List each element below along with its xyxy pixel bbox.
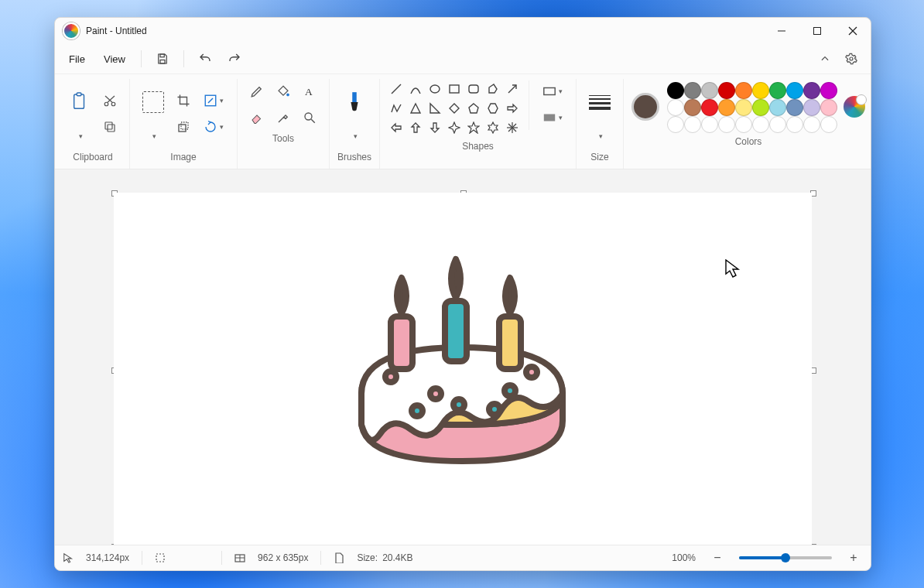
brush-dropdown[interactable]: ▾ — [343, 125, 366, 147]
menu-file[interactable]: File — [61, 49, 93, 70]
color-swatch[interactable] — [684, 99, 701, 116]
svg-rect-26 — [469, 85, 478, 93]
save-button[interactable] — [149, 47, 176, 70]
color-swatch-empty[interactable] — [820, 116, 837, 133]
shape-arrow-ne[interactable] — [504, 80, 521, 97]
size-dropdown[interactable]: ▾ — [588, 125, 611, 147]
shape-rect[interactable] — [446, 80, 463, 97]
current-color-1[interactable] — [631, 93, 659, 121]
shape-oval[interactable] — [426, 80, 443, 97]
group-shapes: ▾ ▾ Shapes — [379, 79, 576, 169]
shape-burst[interactable] — [504, 119, 521, 136]
color-swatch-empty[interactable] — [684, 116, 701, 133]
color-swatch[interactable] — [701, 82, 718, 99]
shape-curve[interactable] — [407, 80, 424, 97]
minimize-button[interactable] — [764, 18, 799, 44]
canvas-area[interactable] — [55, 169, 871, 545]
collapse-ribbon-button[interactable] — [812, 47, 838, 70]
resize-button[interactable]: ▾ — [198, 90, 229, 111]
text-tool[interactable]: A — [298, 80, 321, 102]
color-swatch-empty[interactable] — [701, 116, 718, 133]
color-swatch-empty[interactable] — [735, 116, 752, 133]
color-swatch[interactable] — [718, 99, 735, 116]
shape-arrow-right[interactable] — [504, 100, 521, 117]
svg-rect-25 — [450, 85, 459, 93]
color-swatch[interactable] — [803, 99, 820, 116]
svg-rect-17 — [181, 122, 188, 129]
color-swatch[interactable] — [769, 82, 786, 99]
svg-point-53 — [505, 385, 515, 396]
zoom-in-button[interactable]: + — [844, 549, 863, 567]
color-swatch[interactable] — [735, 99, 752, 116]
color-swatch[interactable] — [820, 82, 837, 99]
color-swatch-empty[interactable] — [803, 116, 820, 133]
color-swatch-empty[interactable] — [667, 116, 684, 133]
canvas-dimensions: 962 x 635px — [258, 552, 308, 563]
color-swatch[interactable] — [820, 99, 837, 116]
brush-button[interactable] — [339, 80, 370, 124]
color-swatch[interactable] — [684, 82, 701, 99]
shape-hexagon[interactable] — [484, 100, 501, 117]
canvas[interactable] — [114, 193, 812, 545]
color-swatch[interactable] — [786, 99, 803, 116]
shape-arrow-up[interactable] — [407, 119, 424, 136]
color-swatch[interactable] — [735, 82, 752, 99]
color-swatch-empty[interactable] — [769, 116, 786, 133]
eraser-tool[interactable] — [245, 107, 269, 128]
shape-pentagon[interactable] — [465, 100, 482, 117]
shape-star6[interactable] — [484, 119, 501, 136]
group-brushes: ▾ Brushes — [329, 79, 379, 169]
shape-star4[interactable] — [446, 119, 463, 136]
fill-tool[interactable] — [272, 80, 295, 102]
redo-button[interactable] — [221, 47, 248, 70]
crop-button[interactable] — [172, 90, 195, 111]
svg-point-49 — [430, 388, 441, 399]
color-swatch[interactable] — [803, 82, 820, 99]
select-dropdown[interactable]: ▾ — [142, 125, 165, 147]
undo-button[interactable] — [192, 47, 218, 70]
zoom-slider[interactable] — [739, 556, 832, 559]
shape-outline-dropdown[interactable]: ▾ — [537, 80, 568, 102]
close-button[interactable] — [835, 18, 871, 44]
color-swatch[interactable] — [752, 99, 769, 116]
shape-arrow-left[interactable] — [388, 119, 405, 136]
select-button[interactable] — [138, 80, 169, 124]
svg-rect-45 — [544, 88, 555, 95]
shape-line[interactable] — [388, 80, 405, 97]
magnifier-tool[interactable] — [298, 107, 321, 128]
shape-roundrect[interactable] — [465, 80, 482, 97]
color-swatch[interactable] — [701, 99, 718, 116]
shape-right-triangle[interactable] — [426, 100, 443, 117]
shapes-gallery[interactable] — [388, 80, 521, 136]
menu-view[interactable]: View — [96, 49, 133, 70]
color-swatch[interactable] — [667, 99, 684, 116]
color-swatch-empty[interactable] — [786, 116, 803, 133]
pencil-tool[interactable] — [245, 80, 269, 102]
zoom-out-button[interactable]: − — [708, 549, 727, 567]
shape-polyline[interactable] — [388, 100, 405, 117]
color-swatch[interactable] — [667, 82, 684, 99]
color-swatch[interactable] — [769, 99, 786, 116]
settings-button[interactable] — [838, 47, 864, 70]
color-swatch-empty[interactable] — [718, 116, 735, 133]
copy-button[interactable] — [98, 116, 121, 138]
rotate-icon[interactable] — [172, 116, 195, 138]
color-swatch[interactable] — [718, 82, 735, 99]
shape-triangle[interactable] — [407, 100, 424, 117]
maximize-button[interactable] — [799, 18, 835, 44]
color-picker-tool[interactable] — [272, 107, 295, 128]
edit-colors-button[interactable] — [844, 96, 865, 118]
shape-star5[interactable] — [465, 119, 482, 136]
shape-polygon[interactable] — [484, 80, 501, 97]
cut-button[interactable] — [98, 90, 121, 111]
shape-fill-dropdown[interactable]: ▾ — [537, 107, 568, 128]
shape-diamond[interactable] — [446, 100, 463, 117]
color-swatch[interactable] — [752, 82, 769, 99]
paste-button[interactable] — [64, 80, 95, 124]
rotate-dropdown[interactable]: ▾ — [198, 116, 229, 138]
size-button[interactable] — [584, 80, 615, 124]
color-swatch[interactable] — [786, 82, 803, 99]
color-swatch-empty[interactable] — [752, 116, 769, 133]
paste-dropdown[interactable]: ▾ — [68, 125, 91, 147]
shape-arrow-down[interactable] — [426, 119, 443, 136]
